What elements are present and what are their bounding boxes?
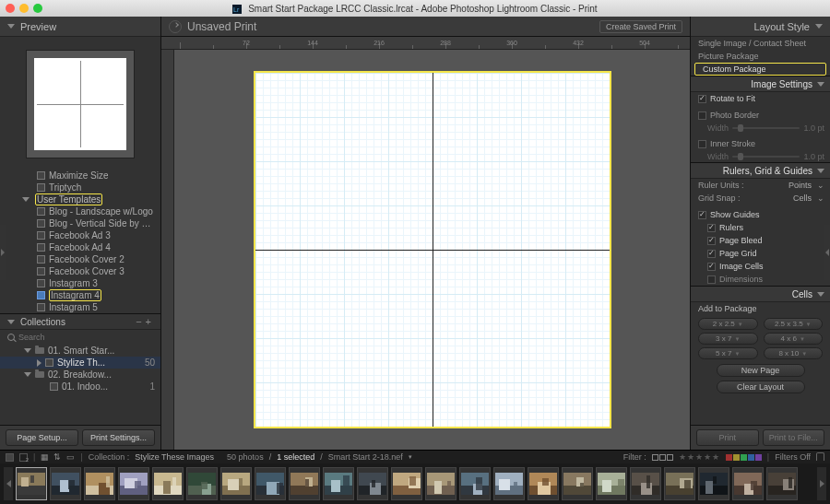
inner-stroke-checkbox[interactable]: Inner Stroke bbox=[691, 137, 830, 150]
filters-off-label[interactable]: Filters Off bbox=[775, 452, 811, 462]
show-guides-checkbox[interactable]: Show Guides bbox=[691, 208, 830, 221]
window-minimize-button[interactable] bbox=[19, 4, 29, 13]
left-panel-toggle[interactable] bbox=[0, 225, 6, 280]
collections-minus-button[interactable]: − bbox=[134, 316, 143, 327]
cell-size-button[interactable]: 4 x 6▼ bbox=[764, 333, 824, 345]
filmstrip-thumbnail[interactable] bbox=[493, 467, 525, 500]
template-item[interactable]: Instagram 5 bbox=[0, 301, 160, 313]
filmstrip-thumbnail[interactable] bbox=[16, 467, 47, 500]
cells-header[interactable]: Cells bbox=[691, 286, 830, 302]
guide-option-page-grid[interactable]: Page Grid bbox=[691, 247, 830, 260]
ruler-units-select[interactable]: Ruler Units :Points⌄ bbox=[691, 179, 830, 192]
print-settings-button[interactable]: Print Settings... bbox=[82, 429, 155, 446]
filmstrip-thumbnail[interactable] bbox=[732, 467, 764, 500]
layout-style-header[interactable]: Layout Style bbox=[691, 17, 830, 37]
collection-folder-1[interactable]: 01. Smart Star... bbox=[0, 345, 160, 357]
collection-name[interactable]: Stylize These Images bbox=[135, 452, 214, 462]
cell-size-button[interactable]: 5 x 7▼ bbox=[698, 347, 758, 359]
filmstrip-thumbnail[interactable] bbox=[118, 467, 149, 500]
collection-stylize[interactable]: Stylize Th...50 bbox=[0, 357, 160, 369]
filmstrip-thumbnail[interactable] bbox=[664, 467, 695, 500]
color-filter[interactable] bbox=[726, 454, 762, 461]
flag-filter[interactable] bbox=[652, 454, 673, 461]
rotate-icon[interactable] bbox=[169, 20, 182, 33]
collections-search[interactable] bbox=[0, 330, 160, 345]
print-button[interactable]: Print bbox=[696, 429, 759, 446]
collections-panel-header[interactable]: Collections − + bbox=[0, 313, 160, 330]
collection-indoor[interactable]: 01. Indoo...1 bbox=[0, 381, 160, 393]
cell-size-button[interactable]: 2 x 2.5▼ bbox=[698, 318, 758, 330]
filmstrip-thumbnail[interactable] bbox=[596, 467, 627, 500]
filmstrip-thumbnail[interactable] bbox=[152, 467, 184, 500]
filmstrip-next-button[interactable] bbox=[817, 467, 826, 500]
filmstrip-thumbnail[interactable] bbox=[50, 467, 81, 500]
print-canvas[interactable] bbox=[174, 50, 690, 450]
print-to-file-button[interactable]: Print to File... bbox=[763, 429, 825, 446]
layout-opt-picture[interactable]: Picture Package bbox=[691, 50, 830, 63]
filmstrip-thumbnail[interactable] bbox=[766, 467, 798, 500]
filter-lock-icon[interactable] bbox=[816, 452, 824, 461]
layout-opt-single[interactable]: Single Image / Contact Sheet bbox=[691, 37, 830, 50]
secondary-display-button[interactable]: 2 bbox=[19, 453, 28, 462]
template-item[interactable]: Instagram 4 bbox=[0, 289, 160, 301]
filmstrip-thumbnail[interactable] bbox=[289, 467, 320, 500]
window-zoom-button[interactable] bbox=[33, 4, 42, 13]
template-item[interactable]: Blog - Landscape w/Logo bbox=[0, 205, 160, 217]
filmstrip-thumbnail[interactable] bbox=[425, 467, 456, 500]
filmstrip-thumbnail[interactable] bbox=[357, 467, 388, 500]
cell-size-button[interactable]: 3 x 7▼ bbox=[698, 333, 758, 345]
window-close-button[interactable] bbox=[6, 4, 15, 13]
guide-option-rulers[interactable]: Rulers bbox=[691, 221, 830, 234]
filmstrip-thumbnails[interactable] bbox=[16, 467, 814, 500]
rotate-to-fit-checkbox[interactable]: Rotate to Fit bbox=[691, 92, 830, 105]
template-item[interactable]: Blog - Vertical Side by Side... bbox=[0, 217, 160, 229]
collections-plus-button[interactable]: + bbox=[144, 316, 153, 327]
template-item[interactable]: Facebook Ad 4 bbox=[0, 241, 160, 253]
right-panel-toggle[interactable] bbox=[824, 225, 830, 280]
print-page[interactable] bbox=[254, 71, 611, 428]
guide-option-image-cells[interactable]: Image Cells bbox=[691, 260, 830, 273]
inner-stroke-width-slider[interactable]: Width1.0 pt bbox=[691, 150, 830, 162]
template-maximize-size[interactable]: Maximize Size bbox=[0, 170, 160, 182]
create-saved-print-button[interactable]: Create Saved Print bbox=[599, 20, 682, 33]
new-page-button[interactable]: New Page bbox=[717, 364, 805, 377]
filmstrip-thumbnail[interactable] bbox=[630, 467, 661, 500]
filmstrip-thumbnail[interactable] bbox=[459, 467, 491, 500]
collection-folder-2[interactable]: 02. Breakdow... bbox=[0, 369, 160, 381]
template-folder-user[interactable]: User Templates bbox=[0, 193, 160, 205]
filmstrip-thumbnail[interactable] bbox=[255, 467, 286, 500]
clear-layout-button[interactable]: Clear Layout bbox=[717, 381, 805, 393]
photo-border-width-slider[interactable]: Width1.0 pt bbox=[691, 122, 830, 134]
layout-opt-custom[interactable]: Custom Package bbox=[694, 63, 826, 76]
filmstrip-thumbnail[interactable] bbox=[220, 467, 252, 500]
template-item[interactable]: Facebook Cover 3 bbox=[0, 265, 160, 277]
cell-size-button[interactable]: 8 x 10▼ bbox=[764, 347, 824, 359]
loupe-icon[interactable]: ▭ bbox=[66, 452, 75, 462]
preview-panel-header[interactable]: Preview bbox=[0, 17, 160, 37]
filmstrip-thumbnail[interactable] bbox=[698, 467, 729, 500]
filmstrip-thumbnail[interactable] bbox=[186, 467, 218, 500]
template-item[interactable]: Facebook Ad 3 bbox=[0, 229, 160, 241]
filmstrip-prev-button[interactable] bbox=[4, 467, 13, 500]
guide-option-dimensions[interactable]: Dimensions bbox=[691, 273, 830, 286]
filmstrip-thumbnail[interactable] bbox=[562, 467, 593, 500]
guide-option-page-bleed[interactable]: Page Bleed bbox=[691, 234, 830, 247]
grid-mode-icon[interactable]: ▦ bbox=[41, 452, 48, 462]
template-triptych[interactable]: Triptych bbox=[0, 182, 160, 193]
image-settings-header[interactable]: Image Settings bbox=[691, 76, 830, 92]
template-item[interactable]: Instagram 3 bbox=[0, 277, 160, 289]
sort-icon[interactable]: ⇅ bbox=[53, 452, 61, 462]
grid-snap-select[interactable]: Grid Snap :Cells⌄ bbox=[691, 192, 830, 205]
grid-view-button[interactable] bbox=[6, 453, 14, 462]
photo-border-checkbox[interactable]: Photo Border bbox=[691, 109, 830, 122]
template-item[interactable]: Facebook Cover 2 bbox=[0, 253, 160, 265]
filmstrip-thumbnail[interactable] bbox=[323, 467, 354, 500]
collections-search-input[interactable] bbox=[18, 333, 153, 342]
page-setup-button[interactable]: Page Setup... bbox=[6, 429, 78, 446]
rating-filter[interactable]: ★★★★★ bbox=[679, 452, 720, 462]
rulers-grid-header[interactable]: Rulers, Grid & Guides bbox=[691, 162, 830, 179]
cell-size-button[interactable]: 2.5 x 3.5▼ bbox=[764, 318, 824, 330]
filmstrip-thumbnail[interactable] bbox=[391, 467, 422, 500]
filmstrip-thumbnail[interactable] bbox=[84, 467, 115, 500]
filmstrip-thumbnail[interactable] bbox=[528, 467, 559, 500]
